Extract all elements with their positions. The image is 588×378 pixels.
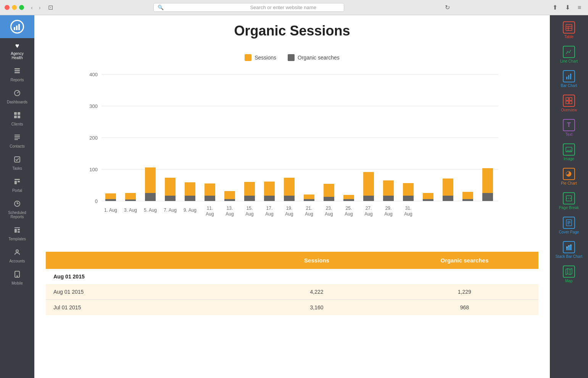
pie-chart-icon (563, 168, 575, 180)
panel-item-map[interactable]: Map (551, 262, 586, 286)
panel-item-overview[interactable]: Overview (551, 92, 586, 115)
svg-rect-4 (14, 70, 20, 71)
svg-rect-1 (16, 26, 18, 30)
panel-item-image[interactable]: Image (551, 140, 586, 164)
svg-rect-9 (14, 116, 17, 118)
sidebar-toggle-button[interactable]: ⊡ (46, 3, 55, 12)
svg-rect-11 (14, 135, 20, 135)
map-icon (563, 265, 575, 278)
sidebar-label-mobile: Mobile (11, 281, 23, 285)
svg-rect-12 (14, 136, 20, 137)
svg-text:300: 300 (89, 103, 98, 109)
sidebar-item-clients[interactable]: Clients (0, 108, 34, 130)
sidebar-item-scheduled-reports[interactable]: Scheduled Reports (0, 196, 34, 223)
right-panel: Table Line Chart Bar Chart Overview T Te… (550, 15, 588, 378)
svg-rect-54 (264, 196, 275, 201)
sidebar-label-contacts: Contacts (10, 144, 24, 148)
panel-item-line-chart[interactable]: Line Chart (551, 43, 586, 66)
svg-rect-16 (14, 179, 20, 180)
svg-text:Aug: Aug (226, 211, 234, 217)
back-button[interactable]: ‹ (29, 4, 35, 11)
stack-bar-chart-label: Stack Bar Chart (556, 254, 583, 259)
svg-rect-123 (566, 248, 568, 250)
svg-text:17.: 17. (266, 206, 272, 211)
svg-text:200: 200 (89, 135, 98, 141)
svg-rect-72 (443, 196, 453, 201)
reload-button[interactable]: ↻ (443, 3, 452, 12)
row-organic-jul01: 968 (391, 300, 538, 315)
legend-sessions: Sessions (245, 54, 276, 61)
table-header-row: Sessions Organic searches (46, 252, 538, 269)
address-bar[interactable]: 🔍 Search or enter website name (153, 3, 344, 12)
stack-bar-chart-icon (563, 241, 575, 253)
chart-legend: Sessions Organic searches (46, 54, 538, 61)
svg-rect-44 (165, 196, 176, 201)
svg-text:Aug: Aug (404, 211, 412, 217)
svg-text:Aug: Aug (345, 211, 353, 217)
sidebar-label-agency-health: Agency Health (11, 51, 23, 60)
panel-item-cover-page[interactable]: Cover Page (551, 214, 586, 237)
svg-rect-23 (18, 231, 20, 233)
svg-marker-129 (566, 269, 572, 275)
minimize-button[interactable] (12, 5, 17, 10)
svg-rect-114 (569, 101, 572, 104)
panel-item-text[interactable]: T Text (551, 116, 586, 140)
sidebar-logo[interactable] (0, 15, 34, 38)
chart-container: Sessions Organic searches 400 300 200 10… (46, 50, 538, 240)
main-content: Organic Sessions Sessions Organic search… (34, 15, 550, 378)
maximize-button[interactable] (19, 5, 24, 10)
download-button[interactable]: ⬇ (563, 3, 572, 12)
svg-rect-46 (185, 196, 195, 201)
forward-button[interactable]: › (37, 4, 43, 11)
svg-rect-38 (105, 199, 116, 201)
col-header-organic: Organic searches (391, 252, 538, 269)
sidebar-item-agency-health[interactable]: ♥ Agency Health (0, 38, 34, 64)
table-row: Aug 01 2015 4,222 1,229 (46, 284, 538, 300)
sidebar-item-accounts[interactable]: Accounts (0, 245, 34, 267)
table-row: Jul 01 2015 3,160 968 (46, 300, 538, 315)
panel-item-bar-chart[interactable]: Bar Chart (551, 67, 586, 91)
overview-label: Overview (561, 108, 577, 112)
svg-rect-0 (14, 27, 15, 30)
panel-item-stack-bar-chart[interactable]: Stack Bar Chart (551, 238, 586, 262)
svg-rect-40 (125, 199, 136, 201)
sidebar-item-templates[interactable]: Templates (0, 223, 34, 245)
svg-rect-3 (14, 68, 20, 69)
row-label-jul01: Jul 01 2015 (46, 300, 243, 315)
portal-icon (14, 178, 21, 187)
sidebar-item-contacts[interactable]: Contacts (0, 130, 34, 152)
svg-rect-64 (363, 196, 374, 201)
sidebar-item-tasks[interactable]: Tasks (0, 152, 34, 174)
svg-rect-48 (205, 196, 215, 201)
svg-text:400: 400 (89, 72, 98, 77)
sidebar-item-portal[interactable]: Portal (0, 174, 34, 196)
sidebar-label-accounts: Accounts (9, 259, 25, 263)
contacts-icon (14, 134, 21, 143)
menu-button[interactable]: ≡ (575, 3, 583, 12)
panel-item-pie-chart[interactable]: Pie Chart (551, 165, 586, 188)
image-icon (563, 143, 575, 156)
svg-text:0: 0 (95, 198, 97, 204)
text-icon: T (563, 119, 575, 131)
panel-item-page-break[interactable]: Page Break (551, 189, 586, 213)
sidebar-label-scheduled-reports: Scheduled Reports (8, 211, 26, 219)
svg-rect-8 (18, 112, 20, 115)
sidebar-item-mobile[interactable]: Mobile (0, 267, 34, 289)
dashboards-icon (14, 90, 21, 98)
sidebar-item-reports[interactable]: Reports (0, 64, 34, 86)
sidebar: ♥ Agency Health Reports Dashboards Clien… (0, 15, 34, 378)
svg-rect-22 (18, 229, 20, 230)
svg-rect-7 (14, 112, 17, 115)
mobile-icon (14, 271, 20, 280)
organic-swatch (288, 54, 295, 61)
close-button[interactable] (5, 5, 10, 10)
share-button[interactable]: ⬆ (550, 3, 560, 12)
sidebar-label-portal: Portal (12, 188, 22, 193)
sessions-legend-label: Sessions (255, 55, 276, 61)
sidebar-item-dashboards[interactable]: Dashboards (0, 86, 34, 108)
svg-point-26 (17, 276, 18, 277)
image-label: Image (564, 157, 574, 161)
pie-chart-label: Pie Chart (561, 181, 577, 185)
panel-item-table[interactable]: Table (551, 18, 586, 42)
svg-rect-66 (383, 196, 394, 201)
